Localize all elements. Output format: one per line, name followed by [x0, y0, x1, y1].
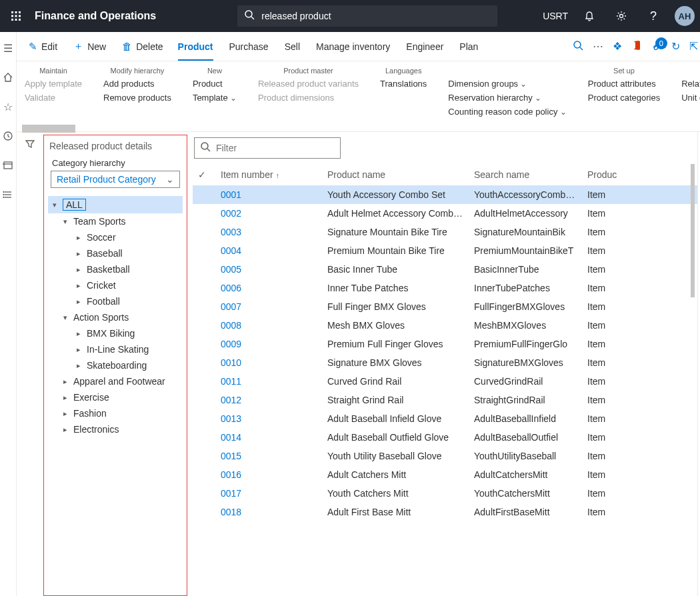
ribbon-translations[interactable]: Translations [380, 79, 427, 89]
tree-caret-icon[interactable]: ▸ [75, 265, 83, 274]
tree-node-fashion[interactable]: ▸Fashion [48, 405, 183, 421]
table-row[interactable]: 0001Youth Accessory Combo SetYouthAccess… [193, 185, 697, 204]
company-code[interactable]: USRT [543, 11, 568, 21]
row-checkbox[interactable] [193, 335, 215, 353]
row-checkbox[interactable] [193, 503, 215, 521]
col-search[interactable]: Search name [469, 164, 582, 185]
table-row[interactable]: 0009Premium Full Finger GlovesPremiumFul… [193, 335, 697, 353]
cell-item[interactable]: 0005 [215, 260, 322, 279]
row-checkbox[interactable] [193, 204, 215, 223]
col-type[interactable]: Produc [582, 164, 697, 185]
cell-item[interactable]: 0013 [215, 409, 322, 428]
tree-node-all[interactable]: ▾ALL [48, 196, 183, 213]
cell-item[interactable]: 0009 [215, 335, 322, 353]
ribbon-unit-con[interactable]: Unit con [681, 93, 700, 103]
tree-caret-icon[interactable]: ▸ [75, 345, 83, 354]
row-checkbox[interactable] [193, 185, 215, 204]
tree-caret-icon[interactable]: ▸ [75, 281, 83, 290]
tree-caret-icon[interactable]: ▸ [75, 233, 83, 242]
tree-node-skateboarding[interactable]: ▸Skateboarding [48, 357, 183, 373]
row-checkbox[interactable] [193, 223, 215, 241]
filter-input[interactable] [216, 143, 335, 153]
ribbon-add-products[interactable]: Add products [103, 79, 171, 89]
tree-caret-icon[interactable]: ▸ [75, 361, 83, 370]
tree-node-baseball[interactable]: ▸Baseball [48, 245, 183, 261]
tree-caret-icon[interactable]: ▸ [75, 329, 83, 338]
ribbon-related[interactable]: Related [681, 79, 700, 89]
table-row[interactable]: 0016Adult Catchers MittAdultCatchersMitt… [193, 465, 697, 484]
cell-item[interactable]: 0017 [215, 484, 322, 503]
funnel-icon[interactable] [25, 139, 35, 596]
table-row[interactable]: 0013Adult Baseball Infield GloveAdultBas… [193, 409, 697, 428]
search-action-icon[interactable] [573, 40, 583, 53]
ribbon-template[interactable]: Template [193, 93, 237, 103]
table-row[interactable]: 0015Youth Utility Baseball GloveYouthUti… [193, 447, 697, 465]
cell-item[interactable]: 0015 [215, 447, 322, 465]
table-row[interactable]: 0010Signature BMX GlovesSignatureBMXGlov… [193, 353, 697, 372]
table-row[interactable]: 0018Adult First Base MittAdultFirstBaseM… [193, 503, 697, 521]
tree-caret-icon[interactable]: ▾ [61, 217, 69, 226]
table-row[interactable]: 0011Curved Grind RailCurvedGrindRailItem [193, 372, 697, 391]
tree-node-apparel-and-footwear[interactable]: ▸Apparel and Footwear [48, 373, 183, 389]
tree-node-action-sports[interactable]: ▾Action Sports [48, 309, 183, 325]
power-apps-icon[interactable]: ❖ [613, 40, 622, 53]
workspace-icon[interactable] [0, 157, 16, 173]
cell-item[interactable]: 0003 [215, 223, 322, 241]
cell-item[interactable]: 0016 [215, 465, 322, 484]
tab-sell[interactable]: Sell [285, 33, 300, 60]
table-row[interactable]: 0014Adult Baseball Outfield GloveAdultBa… [193, 428, 697, 447]
row-checkbox[interactable] [193, 372, 215, 391]
cell-item[interactable]: 0012 [215, 391, 322, 409]
row-checkbox[interactable] [193, 279, 215, 297]
tab-purchase[interactable]: Purchase [229, 33, 269, 60]
new-button[interactable]: ＋ New [67, 36, 113, 57]
table-row[interactable]: 0002Adult Helmet Accessory Combo...Adult… [193, 204, 697, 223]
row-checkbox[interactable] [193, 465, 215, 484]
bell-icon[interactable] [579, 5, 600, 27]
ribbon-remove-products[interactable]: Remove products [103, 93, 171, 103]
app-launcher-icon[interactable] [5, 5, 27, 27]
tab-plan[interactable]: Plan [459, 33, 478, 60]
cell-item[interactable]: 0018 [215, 503, 322, 521]
tab-product[interactable]: Product [178, 33, 213, 60]
ribbon-product[interactable]: Product [193, 79, 237, 89]
home-icon[interactable] [0, 69, 16, 85]
modules-icon[interactable] [0, 187, 16, 203]
tree-node-football[interactable]: ▸Football [48, 293, 183, 309]
gear-icon[interactable] [611, 5, 632, 27]
grid-scrollbar[interactable] [691, 164, 695, 457]
tree-caret-icon[interactable]: ▸ [61, 377, 69, 386]
tree-caret-icon[interactable]: ▸ [75, 297, 83, 306]
cell-item[interactable]: 0002 [215, 204, 322, 223]
cell-item[interactable]: 0010 [215, 353, 322, 372]
edit-button[interactable]: ✎ Edit [22, 37, 64, 57]
col-item[interactable]: Item number↑ [215, 164, 322, 185]
row-checkbox[interactable] [193, 260, 215, 279]
cell-item[interactable]: 0001 [215, 185, 322, 204]
refresh-icon[interactable]: ↻ [671, 40, 680, 53]
office-icon[interactable] [631, 40, 642, 53]
table-row[interactable]: 0003Signature Mountain Bike TireSignatur… [193, 223, 697, 241]
tree-node-team-sports[interactable]: ▾Team Sports [48, 213, 183, 229]
tree-caret-icon[interactable]: ▸ [61, 409, 69, 418]
select-all-checkbox[interactable]: ✓ [193, 164, 215, 185]
tree-node-cricket[interactable]: ▸Cricket [48, 277, 183, 293]
row-checkbox[interactable] [193, 484, 215, 503]
ribbon-counting-reason-code-policy[interactable]: Counting reason code policy [448, 107, 566, 117]
row-checkbox[interactable] [193, 428, 215, 447]
popout-icon[interactable]: ⇱ [689, 40, 698, 53]
avatar[interactable]: AH [675, 6, 695, 26]
overflow-icon[interactable]: ⋯ [593, 40, 603, 53]
cell-item[interactable]: 0006 [215, 279, 322, 297]
tree-node-basketball[interactable]: ▸Basketball [48, 261, 183, 277]
search-box[interactable] [237, 5, 497, 27]
row-checkbox[interactable] [193, 316, 215, 335]
ribbon-reservation-hierarchy[interactable]: Reservation hierarchy [448, 93, 566, 103]
cell-item[interactable]: 0008 [215, 316, 322, 335]
tree-caret-icon[interactable]: ▸ [75, 249, 83, 258]
cell-item[interactable]: 0004 [215, 241, 322, 260]
tree-caret-icon[interactable]: ▾ [61, 313, 69, 322]
tree-caret-icon[interactable]: ▾ [51, 201, 59, 209]
col-name[interactable]: Product name [322, 164, 469, 185]
hamburger-icon[interactable]: ☰ [0, 40, 16, 56]
